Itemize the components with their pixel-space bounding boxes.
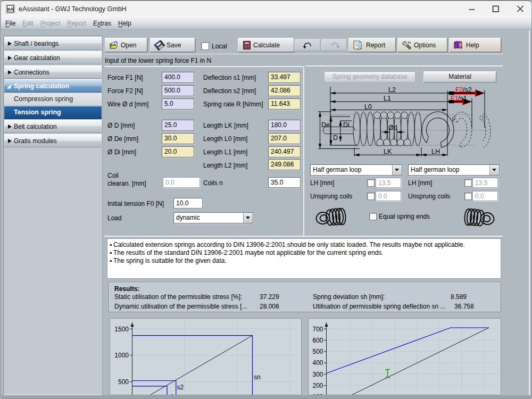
svg-text:De: De	[321, 121, 330, 129]
svg-text:sn: sn	[254, 373, 261, 381]
svg-text:300: 300	[312, 371, 323, 378]
svg-text:D: D	[333, 134, 338, 142]
svg-text:Di: Di	[343, 121, 350, 129]
svg-text:/s2: /s2	[463, 86, 472, 94]
svg-text:500: 500	[312, 348, 323, 355]
svg-text:1000: 1000	[114, 352, 129, 359]
svg-text:L2: L2	[388, 86, 396, 94]
svg-text:/s1: /s1	[458, 95, 467, 102]
svg-text:LK: LK	[384, 148, 392, 155]
svg-text:400: 400	[312, 359, 323, 367]
svg-text:100: 100	[312, 393, 323, 395]
svg-text:600: 600	[312, 337, 323, 344]
svg-text:700: 700	[312, 326, 323, 333]
svg-text:200: 200	[312, 382, 323, 389]
svg-text:1500: 1500	[114, 326, 129, 333]
svg-text:F2: F2	[455, 86, 463, 94]
svg-text:?: ?	[459, 43, 462, 48]
svg-text:500: 500	[118, 378, 129, 386]
svg-text:LH: LH	[431, 148, 440, 155]
svg-text:F1: F1	[451, 95, 459, 102]
svg-text:Ød: Ød	[388, 124, 397, 131]
svg-text:s1: s1	[168, 393, 174, 395]
svg-text:s2: s2	[177, 384, 184, 391]
svg-text:L0: L0	[364, 103, 372, 111]
svg-text:L1: L1	[384, 95, 391, 102]
